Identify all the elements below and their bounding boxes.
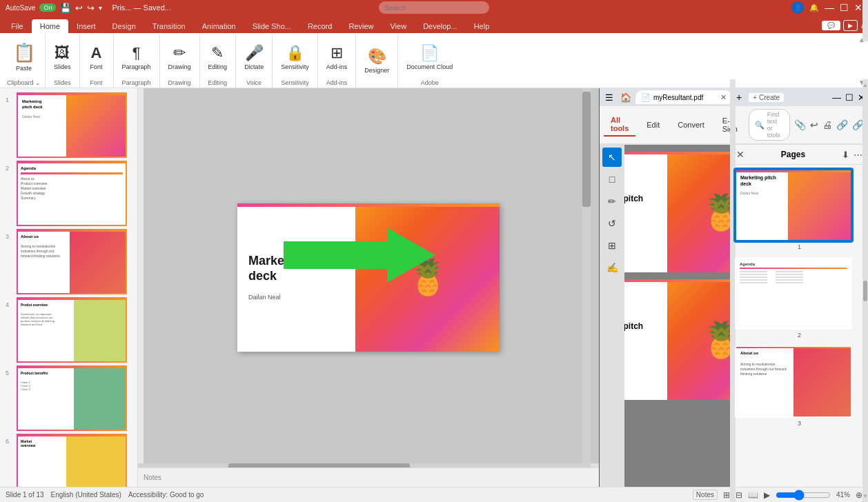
slide-img-6[interactable]: Marketoverview <box>17 434 127 487</box>
pdf-thumb-1[interactable]: Marketing pitch deck Dailan Neal 1 <box>735 169 864 250</box>
minimize-btn[interactable]: — <box>825 2 834 13</box>
pdf-thumb-3[interactable]: About us Aiming to revolutionize industr… <box>735 345 864 427</box>
editing-button[interactable]: ✎ Editing <box>204 42 232 72</box>
designer-button[interactable]: 🎨 Designer <box>360 46 393 76</box>
dictate-button[interactable]: 🎤 Dictate <box>240 42 268 72</box>
pdf-toolbar-icon4[interactable]: 🔗 <box>836 119 848 130</box>
slide-thumb-1[interactable]: 1 Marketingpitch deck Dailan Neal <box>3 91 135 159</box>
window-controls[interactable]: 👤 🔔 — ☐ ✕ <box>791 1 862 14</box>
font-group-label: Font <box>90 78 103 86</box>
tab-help[interactable]: Help <box>466 19 498 33</box>
pdf-toolbar-icon3[interactable]: 🖨 <box>822 119 832 130</box>
normal-view-btn[interactable]: ⊞ <box>723 490 730 500</box>
undo-icon[interactable]: ↩ <box>75 3 83 13</box>
slide-thumb-5[interactable]: 5 Product benefits • Item 1• Item 2• Ite… <box>3 364 135 432</box>
browser-minimize[interactable]: — <box>832 92 841 103</box>
search-input[interactable] <box>379 1 489 14</box>
pdf-thumb-3-img[interactable]: About us Aiming to revolutionize industr… <box>735 345 852 418</box>
slide-thumb-6[interactable]: 6 Marketoverview <box>3 432 135 487</box>
pdf-tab-close[interactable]: ✕ <box>720 93 727 102</box>
pdf-right-scrollbar[interactable]: ▲ ▼ <box>862 145 868 487</box>
pdf-search-placeholder[interactable]: Find text or tools <box>767 111 784 139</box>
drawing-button[interactable]: ✏ Drawing <box>164 42 195 72</box>
slide-img-2[interactable]: Agenda About us Product overview Market … <box>17 161 127 226</box>
slide-img-5[interactable]: Product benefits • Item 1• Item 2• Item … <box>17 365 127 431</box>
menu-icon[interactable]: ☰ <box>602 92 616 103</box>
tab-animation[interactable]: Animation <box>194 19 244 33</box>
pages-download-icon[interactable]: ⬇ <box>842 150 849 160</box>
tab-transition[interactable]: Transition <box>144 19 194 33</box>
ribbon-group-slides: 🖼 Slides Slides <box>46 34 80 88</box>
pdf-thumb-2[interactable]: Agenda <box>735 257 864 339</box>
tab-file[interactable]: File <box>3 19 32 33</box>
slide-thumb-2[interactable]: 2 Agenda About us Product overview Marke… <box>3 159 135 228</box>
pdf-toolbar-icon2[interactable]: ↩ <box>810 119 818 130</box>
present-btn[interactable]: ▶ <box>843 20 858 31</box>
vertical-scrollbar[interactable] <box>582 88 591 472</box>
save-icon[interactable]: 💾 <box>60 3 71 13</box>
zoom-slider[interactable] <box>776 490 831 501</box>
home-icon[interactable]: 🏠 <box>618 92 634 103</box>
adobe-button[interactable]: 📄 Document Cloud <box>402 42 457 72</box>
add-notes-label[interactable]: Notes <box>144 474 161 481</box>
pdf-search-bar[interactable]: 🔍 Find text or tools <box>749 109 790 141</box>
pdf-tab-alltools[interactable]: All tools <box>604 113 635 137</box>
tab-review[interactable]: Review <box>340 19 382 33</box>
notes-btn[interactable]: Notes <box>693 490 718 500</box>
create-btn[interactable]: + Create <box>749 93 784 102</box>
canvas-left-scrollbar[interactable] <box>138 88 144 487</box>
pdf-thumb-2-img[interactable]: Agenda <box>735 257 852 330</box>
slide-thumb-3[interactable]: 3 About us Aiming to revolutionizeindust… <box>3 228 135 296</box>
pdf-tab-convert[interactable]: Convert <box>671 118 711 132</box>
pages-more-icon[interactable]: ⋯ <box>854 150 862 160</box>
tab-insert[interactable]: Insert <box>68 19 104 33</box>
redo-icon[interactable]: ↪ <box>87 3 95 13</box>
paragraph-button[interactable]: ¶ Paragraph <box>118 42 155 72</box>
signature-tool[interactable]: ✍ <box>602 258 622 277</box>
presentation-btn[interactable]: ▶ <box>764 490 770 500</box>
fit-to-window[interactable]: ⊕ <box>856 490 862 500</box>
maximize-btn[interactable]: ☐ <box>840 2 849 13</box>
profile-icon[interactable]: 👤 <box>791 1 804 14</box>
search-bar[interactable] <box>379 1 489 14</box>
pdf-browser-tab[interactable]: 📄 myResultant.pdf ✕ <box>635 90 732 104</box>
tab-home[interactable]: Home <box>32 19 68 33</box>
reading-view-btn[interactable]: 📖 <box>748 490 758 500</box>
pdf-tab-edit[interactable]: Edit <box>640 118 667 132</box>
cursor-tool[interactable]: ↖ <box>602 148 622 167</box>
addins-button[interactable]: ⊞ Add-ins <box>322 42 352 72</box>
browser-controls[interactable]: — ☐ ✕ <box>832 92 865 103</box>
sensitivity-button[interactable]: 🔒 Sensitivity <box>277 42 313 72</box>
tab-record[interactable]: Record <box>299 19 340 33</box>
right-scroll-thumb[interactable] <box>863 281 867 301</box>
pdf-toolbar-icon1[interactable]: 📎 <box>794 119 806 130</box>
comment-tool[interactable]: ↺ <box>602 214 622 233</box>
tab-developer[interactable]: Develop... <box>415 19 466 33</box>
crop-tool[interactable]: ⊞ <box>602 236 622 255</box>
highlight-tool[interactable]: ✏ <box>602 192 622 211</box>
annotation-tool[interactable]: □ <box>602 170 622 189</box>
slidesorter-btn[interactable]: ⊟ <box>736 490 742 500</box>
customize-icon[interactable]: ▾ <box>99 4 102 12</box>
editing-icon: ✎ <box>211 44 224 62</box>
comments-btn[interactable]: 💬 <box>822 21 840 30</box>
pages-close-btn[interactable]: ✕ <box>736 149 744 160</box>
pdf-slide-1-bar <box>624 152 730 154</box>
tab-design[interactable]: Design <box>104 19 144 33</box>
slide-img-3[interactable]: About us Aiming to revolutionizeindustri… <box>17 229 127 294</box>
font-button[interactable]: A Font <box>84 42 109 72</box>
autosave-toggle[interactable]: On <box>39 3 56 12</box>
tab-slideshow[interactable]: Slide Sho... <box>244 19 299 33</box>
scrollbar-thumb[interactable] <box>582 92 591 207</box>
slide-img-1[interactable]: Marketingpitch deck Dailan Neal <box>17 92 127 158</box>
tab-view[interactable]: View <box>382 19 415 33</box>
slide-thumb-4[interactable]: 4 Produt overview Sometimes, an importan… <box>3 296 135 364</box>
thumb-content-6: Marketoverview <box>18 436 126 487</box>
paste-button[interactable]: 📋 Paste <box>9 40 39 74</box>
close-btn[interactable]: ✕ <box>854 2 862 13</box>
browser-maximize[interactable]: ☐ <box>845 92 854 103</box>
bell-icon[interactable]: 🔔 <box>809 3 819 12</box>
pdf-thumb-1-img[interactable]: Marketing pitch deck Dailan Neal <box>735 169 852 241</box>
slide-img-4[interactable]: Produt overview Sometimes, an importantv… <box>17 297 127 363</box>
new-slide-button[interactable]: 🖼 Slides <box>50 42 75 72</box>
